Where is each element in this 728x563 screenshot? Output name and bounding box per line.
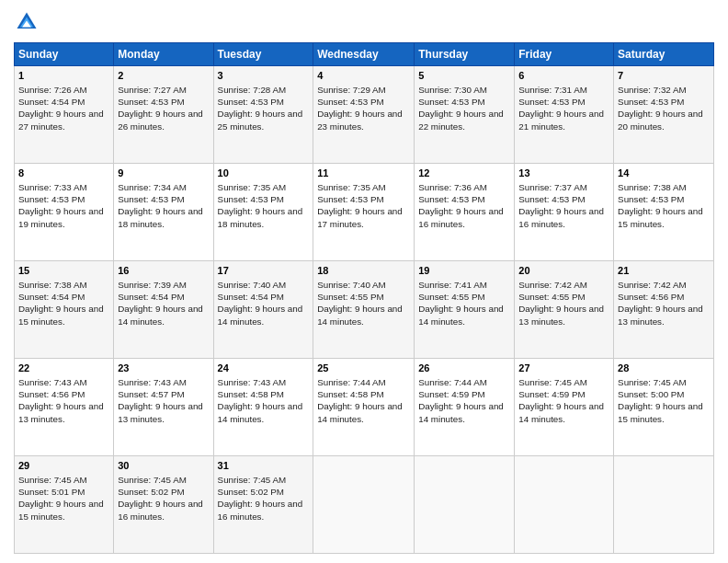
sunrise-label: Sunrise: 7:40 AM [218,280,287,290]
week-row-3: 15 Sunrise: 7:38 AM Sunset: 4:54 PM Dayl… [15,261,714,359]
day-cell: 19 Sunrise: 7:41 AM Sunset: 4:55 PM Dayl… [415,261,515,359]
sunrise-label: Sunrise: 7:43 AM [218,377,287,387]
day-cell: 22 Sunrise: 7:43 AM Sunset: 4:56 PM Dayl… [15,359,114,456]
header-saturday: Saturday [614,43,714,66]
day-cell: 4 Sunrise: 7:29 AM Sunset: 4:53 PM Dayli… [313,66,415,164]
sunrise-label: Sunrise: 7:35 AM [317,182,386,192]
sunset-label: Sunset: 4:53 PM [317,97,383,107]
day-number: 29 [18,459,109,473]
sunset-label: Sunset: 4:53 PM [218,97,284,107]
sunset-label: Sunset: 4:53 PM [218,194,284,204]
day-cell: 1 Sunrise: 7:26 AM Sunset: 4:54 PM Dayli… [15,66,114,164]
sunset-label: Sunset: 5:02 PM [218,487,284,497]
daylight-label: Daylight: 9 hours and 16 minutes. [518,206,604,228]
day-info: Sunrise: 7:40 AM Sunset: 4:54 PM Dayligh… [218,279,310,327]
day-cell: 11 Sunrise: 7:35 AM Sunset: 4:53 PM Dayl… [313,164,415,261]
header-tuesday: Tuesday [213,43,313,66]
sunrise-label: Sunrise: 7:42 AM [518,280,587,290]
day-info: Sunrise: 7:45 AM Sunset: 5:02 PM Dayligh… [218,474,310,523]
day-number: 13 [518,167,609,180]
day-info: Sunrise: 7:28 AM Sunset: 4:53 PM Dayligh… [218,84,310,132]
day-info: Sunrise: 7:41 AM Sunset: 4:55 PM Dayligh… [418,279,510,327]
sunset-label: Sunset: 4:55 PM [518,292,585,302]
sunrise-label: Sunrise: 7:30 AM [418,85,487,95]
sunrise-label: Sunrise: 7:45 AM [218,475,287,485]
day-cell: 18 Sunrise: 7:40 AM Sunset: 4:55 PM Dayl… [313,261,415,359]
sunset-label: Sunset: 4:53 PM [118,97,184,107]
daylight-label: Daylight: 9 hours and 14 minutes. [317,304,403,326]
day-number: 15 [18,264,109,278]
sunset-label: Sunset: 4:53 PM [418,97,484,107]
sunset-label: Sunset: 4:55 PM [418,292,484,302]
day-info: Sunrise: 7:44 AM Sunset: 4:58 PM Dayligh… [317,376,410,425]
day-info: Sunrise: 7:42 AM Sunset: 4:55 PM Dayligh… [518,279,609,327]
logo-icon [14,9,40,35]
sunset-label: Sunset: 4:53 PM [518,97,585,107]
sunrise-label: Sunrise: 7:34 AM [118,182,187,192]
day-info: Sunrise: 7:32 AM Sunset: 4:53 PM Dayligh… [618,84,710,132]
daylight-label: Daylight: 9 hours and 13 minutes. [618,304,703,326]
day-number: 9 [118,167,209,180]
day-info: Sunrise: 7:45 AM Sunset: 5:00 PM Dayligh… [618,376,710,425]
day-number: 10 [218,167,310,180]
daylight-label: Daylight: 9 hours and 22 minutes. [418,109,504,131]
daylight-label: Daylight: 9 hours and 14 minutes. [418,401,504,423]
sunset-label: Sunset: 4:53 PM [18,194,85,204]
day-number: 2 [118,69,209,83]
header-wednesday: Wednesday [313,43,415,66]
day-cell: 6 Sunrise: 7:31 AM Sunset: 4:53 PM Dayli… [515,66,614,164]
day-info: Sunrise: 7:45 AM Sunset: 4:59 PM Dayligh… [518,376,609,425]
daylight-label: Daylight: 9 hours and 14 minutes. [518,401,604,423]
day-number: 30 [118,459,209,473]
sunrise-label: Sunrise: 7:39 AM [118,280,187,290]
day-cell [415,456,515,554]
header-monday: Monday [114,43,213,66]
sunrise-label: Sunrise: 7:38 AM [618,182,687,192]
day-info: Sunrise: 7:31 AM Sunset: 4:53 PM Dayligh… [518,84,609,132]
day-cell: 26 Sunrise: 7:44 AM Sunset: 4:59 PM Dayl… [415,359,515,456]
daylight-label: Daylight: 9 hours and 18 minutes. [218,206,303,228]
day-number: 22 [18,362,109,375]
daylight-label: Daylight: 9 hours and 17 minutes. [317,206,403,228]
day-cell: 28 Sunrise: 7:45 AM Sunset: 5:00 PM Dayl… [614,359,714,456]
sunset-label: Sunset: 5:01 PM [18,487,85,497]
sunrise-label: Sunrise: 7:38 AM [18,280,87,290]
sunset-label: Sunset: 4:53 PM [618,97,684,107]
day-number: 28 [618,362,710,375]
sunrise-label: Sunrise: 7:31 AM [518,85,587,95]
week-row-2: 8 Sunrise: 7:33 AM Sunset: 4:53 PM Dayli… [15,164,714,261]
sunrise-label: Sunrise: 7:45 AM [518,377,587,387]
daylight-label: Daylight: 9 hours and 13 minutes. [18,401,104,423]
daylight-label: Daylight: 9 hours and 21 minutes. [518,109,604,131]
day-info: Sunrise: 7:45 AM Sunset: 5:01 PM Dayligh… [18,474,109,523]
sunset-label: Sunset: 4:53 PM [118,194,184,204]
day-cell: 29 Sunrise: 7:45 AM Sunset: 5:01 PM Dayl… [15,456,114,554]
daylight-label: Daylight: 9 hours and 15 minutes. [18,499,104,521]
sunrise-label: Sunrise: 7:26 AM [18,85,87,95]
day-number: 12 [418,167,510,180]
sunset-label: Sunset: 4:53 PM [518,194,585,204]
sunset-label: Sunset: 4:59 PM [418,389,484,399]
sunrise-label: Sunrise: 7:27 AM [118,85,187,95]
day-number: 4 [317,69,410,83]
day-number: 14 [618,167,710,180]
day-cell: 13 Sunrise: 7:37 AM Sunset: 4:53 PM Dayl… [515,164,614,261]
day-cell: 30 Sunrise: 7:45 AM Sunset: 5:02 PM Dayl… [114,456,213,554]
day-cell: 21 Sunrise: 7:42 AM Sunset: 4:56 PM Dayl… [614,261,714,359]
sunrise-label: Sunrise: 7:33 AM [18,182,87,192]
day-cell: 15 Sunrise: 7:38 AM Sunset: 4:54 PM Dayl… [15,261,114,359]
day-cell: 9 Sunrise: 7:34 AM Sunset: 4:53 PM Dayli… [114,164,213,261]
sunset-label: Sunset: 4:56 PM [618,292,684,302]
daylight-label: Daylight: 9 hours and 15 minutes. [18,304,104,326]
day-info: Sunrise: 7:30 AM Sunset: 4:53 PM Dayligh… [418,84,510,132]
day-info: Sunrise: 7:39 AM Sunset: 4:54 PM Dayligh… [118,279,209,327]
sunset-label: Sunset: 4:53 PM [618,194,684,204]
day-number: 16 [118,264,209,278]
daylight-label: Daylight: 9 hours and 18 minutes. [118,206,203,228]
day-number: 26 [418,362,510,375]
daylight-label: Daylight: 9 hours and 23 minutes. [317,109,403,131]
day-cell: 14 Sunrise: 7:38 AM Sunset: 4:53 PM Dayl… [614,164,714,261]
daylight-label: Daylight: 9 hours and 16 minutes. [118,499,203,521]
week-row-5: 29 Sunrise: 7:45 AM Sunset: 5:01 PM Dayl… [15,456,714,554]
sunset-label: Sunset: 4:57 PM [118,389,184,399]
